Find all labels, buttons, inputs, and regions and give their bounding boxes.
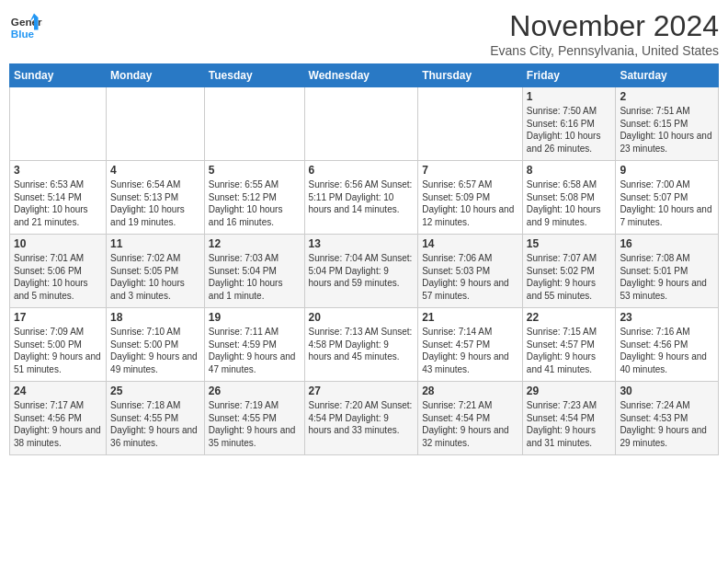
day-info: Sunrise: 7:01 AM Sunset: 5:06 PM Dayligh… — [14, 252, 102, 302]
day-number: 29 — [527, 385, 612, 397]
day-info: Sunrise: 7:18 AM Sunset: 4:55 PM Dayligh… — [110, 399, 200, 449]
day-of-week-header: Thursday — [418, 64, 523, 87]
day-number: 10 — [14, 237, 102, 250]
calendar-week-row: 24Sunrise: 7:17 AM Sunset: 4:56 PM Dayli… — [10, 382, 719, 455]
day-info: Sunrise: 7:23 AM Sunset: 4:54 PM Dayligh… — [527, 399, 612, 449]
day-number: 18 — [110, 311, 200, 324]
page-header: General Blue November 2024 Evans City, P… — [9, 9, 719, 58]
month-title: November 2024 — [490, 9, 719, 43]
calendar-cell: 21Sunrise: 7:14 AM Sunset: 4:57 PM Dayli… — [418, 308, 523, 382]
day-number: 26 — [209, 385, 301, 397]
day-info: Sunrise: 7:24 AM Sunset: 4:53 PM Dayligh… — [620, 399, 714, 449]
calendar-cell: 19Sunrise: 7:11 AM Sunset: 4:59 PM Dayli… — [204, 308, 304, 382]
day-info: Sunrise: 7:21 AM Sunset: 4:54 PM Dayligh… — [422, 399, 518, 449]
day-info: Sunrise: 6:53 AM Sunset: 5:14 PM Dayligh… — [14, 178, 102, 228]
day-number: 4 — [110, 164, 200, 177]
calendar-cell — [10, 87, 107, 161]
calendar-cell: 13Sunrise: 7:04 AM Sunset: 5:04 PM Dayli… — [304, 235, 418, 308]
calendar-cell: 27Sunrise: 7:20 AM Sunset: 4:54 PM Dayli… — [304, 382, 418, 455]
calendar-cell: 22Sunrise: 7:15 AM Sunset: 4:57 PM Dayli… — [522, 308, 616, 382]
day-number: 24 — [14, 385, 102, 397]
logo-icon: General Blue — [9, 9, 42, 42]
calendar-cell: 7Sunrise: 6:57 AM Sunset: 5:09 PM Daylig… — [418, 161, 523, 235]
calendar-cell: 15Sunrise: 7:07 AM Sunset: 5:02 PM Dayli… — [522, 235, 616, 308]
day-info: Sunrise: 7:04 AM Sunset: 5:04 PM Dayligh… — [309, 252, 415, 290]
day-number: 8 — [527, 164, 612, 177]
calendar-cell: 23Sunrise: 7:16 AM Sunset: 4:56 PM Dayli… — [616, 308, 719, 382]
day-of-week-header: Tuesday — [204, 64, 304, 87]
day-number: 19 — [209, 311, 301, 324]
calendar-cell: 6Sunrise: 6:56 AM Sunset: 5:11 PM Daylig… — [304, 161, 418, 235]
day-of-week-header: Wednesday — [304, 64, 418, 87]
day-number: 16 — [620, 237, 714, 250]
calendar-cell — [304, 87, 418, 161]
day-info: Sunrise: 6:55 AM Sunset: 5:12 PM Dayligh… — [209, 178, 301, 228]
day-info: Sunrise: 7:20 AM Sunset: 4:54 PM Dayligh… — [309, 399, 415, 437]
day-number: 14 — [422, 237, 518, 250]
day-number: 28 — [422, 385, 518, 397]
day-info: Sunrise: 7:03 AM Sunset: 5:04 PM Dayligh… — [209, 252, 301, 302]
calendar-cell: 18Sunrise: 7:10 AM Sunset: 5:00 PM Dayli… — [107, 308, 205, 382]
calendar-cell: 12Sunrise: 7:03 AM Sunset: 5:04 PM Dayli… — [204, 235, 304, 308]
day-info: Sunrise: 7:09 AM Sunset: 5:00 PM Dayligh… — [14, 326, 102, 375]
day-info: Sunrise: 7:15 AM Sunset: 4:57 PM Dayligh… — [527, 326, 612, 375]
calendar-cell: 5Sunrise: 6:55 AM Sunset: 5:12 PM Daylig… — [204, 161, 304, 235]
calendar-cell: 3Sunrise: 6:53 AM Sunset: 5:14 PM Daylig… — [10, 161, 107, 235]
day-info: Sunrise: 7:11 AM Sunset: 4:59 PM Dayligh… — [209, 326, 301, 375]
day-info: Sunrise: 7:14 AM Sunset: 4:57 PM Dayligh… — [422, 326, 518, 375]
day-number: 20 — [309, 311, 415, 324]
day-of-week-header: Saturday — [616, 64, 719, 87]
day-number: 3 — [14, 164, 102, 177]
calendar-cell: 17Sunrise: 7:09 AM Sunset: 5:00 PM Dayli… — [10, 308, 107, 382]
day-number: 13 — [309, 237, 415, 250]
day-info: Sunrise: 7:16 AM Sunset: 4:56 PM Dayligh… — [620, 326, 714, 375]
day-number: 15 — [527, 237, 612, 250]
day-number: 12 — [209, 237, 301, 250]
day-info: Sunrise: 7:50 AM Sunset: 6:16 PM Dayligh… — [527, 105, 612, 155]
calendar-cell: 30Sunrise: 7:24 AM Sunset: 4:53 PM Dayli… — [616, 382, 719, 455]
day-number: 6 — [309, 164, 415, 177]
day-number: 7 — [422, 164, 518, 177]
calendar-cell: 25Sunrise: 7:18 AM Sunset: 4:55 PM Dayli… — [107, 382, 205, 455]
calendar-cell: 26Sunrise: 7:19 AM Sunset: 4:55 PM Dayli… — [204, 382, 304, 455]
calendar-cell: 4Sunrise: 6:54 AM Sunset: 5:13 PM Daylig… — [107, 161, 205, 235]
day-info: Sunrise: 6:54 AM Sunset: 5:13 PM Dayligh… — [110, 178, 200, 228]
day-of-week-header: Sunday — [10, 64, 107, 87]
day-info: Sunrise: 7:19 AM Sunset: 4:55 PM Dayligh… — [209, 399, 301, 449]
day-number: 5 — [209, 164, 301, 177]
svg-text:Blue: Blue — [11, 28, 35, 40]
day-info: Sunrise: 7:08 AM Sunset: 5:01 PM Dayligh… — [620, 252, 714, 302]
calendar-cell: 11Sunrise: 7:02 AM Sunset: 5:05 PM Dayli… — [107, 235, 205, 308]
title-block: November 2024 Evans City, Pennsylvania, … — [490, 9, 719, 58]
day-number: 11 — [110, 237, 200, 250]
calendar-week-row: 1Sunrise: 7:50 AM Sunset: 6:16 PM Daylig… — [10, 87, 719, 161]
calendar-cell — [204, 87, 304, 161]
day-number: 22 — [527, 311, 612, 324]
calendar-cell: 10Sunrise: 7:01 AM Sunset: 5:06 PM Dayli… — [10, 235, 107, 308]
calendar-week-row: 10Sunrise: 7:01 AM Sunset: 5:06 PM Dayli… — [10, 235, 719, 308]
calendar-week-row: 17Sunrise: 7:09 AM Sunset: 5:00 PM Dayli… — [10, 308, 719, 382]
day-number: 23 — [620, 311, 714, 324]
day-number: 9 — [620, 164, 714, 177]
calendar-cell — [418, 87, 523, 161]
day-info: Sunrise: 7:10 AM Sunset: 5:00 PM Dayligh… — [110, 326, 200, 375]
calendar-cell: 2Sunrise: 7:51 AM Sunset: 6:15 PM Daylig… — [616, 87, 719, 161]
subtitle: Evans City, Pennsylvania, United States — [490, 43, 719, 58]
day-info: Sunrise: 6:56 AM Sunset: 5:11 PM Dayligh… — [309, 178, 415, 216]
day-info: Sunrise: 7:06 AM Sunset: 5:03 PM Dayligh… — [422, 252, 518, 302]
day-info: Sunrise: 7:02 AM Sunset: 5:05 PM Dayligh… — [110, 252, 200, 302]
day-info: Sunrise: 7:00 AM Sunset: 5:07 PM Dayligh… — [620, 178, 714, 228]
calendar-cell — [107, 87, 205, 161]
calendar-cell: 1Sunrise: 7:50 AM Sunset: 6:16 PM Daylig… — [522, 87, 616, 161]
day-number: 30 — [620, 385, 714, 397]
day-number: 21 — [422, 311, 518, 324]
day-number: 1 — [527, 90, 612, 103]
calendar-cell: 29Sunrise: 7:23 AM Sunset: 4:54 PM Dayli… — [522, 382, 616, 455]
calendar-cell: 9Sunrise: 7:00 AM Sunset: 5:07 PM Daylig… — [616, 161, 719, 235]
calendar-header-row: SundayMondayTuesdayWednesdayThursdayFrid… — [10, 64, 719, 87]
calendar-cell: 20Sunrise: 7:13 AM Sunset: 4:58 PM Dayli… — [304, 308, 418, 382]
calendar-table: SundayMondayTuesdayWednesdayThursdayFrid… — [9, 63, 719, 455]
day-number: 2 — [620, 90, 714, 103]
logo: General Blue — [9, 9, 42, 42]
day-number: 25 — [110, 385, 200, 397]
